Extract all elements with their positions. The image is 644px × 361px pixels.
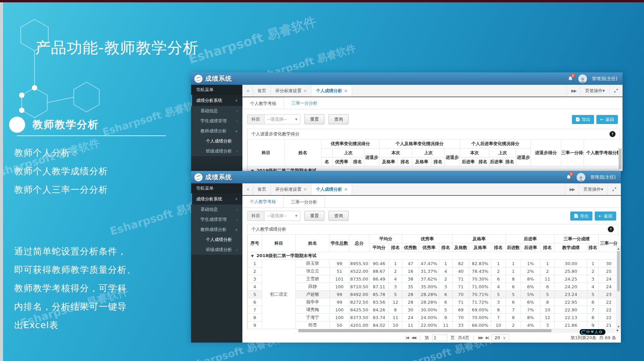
table-row[interactable]: 8于海宁1008373.5083.74112424.00%97070.00%78… <box>248 314 619 321</box>
close-icon[interactable]: × <box>344 187 347 192</box>
search-button[interactable]: 查询 <box>329 114 349 124</box>
close-icon[interactable]: × <box>303 88 307 93</box>
sidebar-item-学生成绩管理[interactable]: 学生成绩管理‹ <box>191 116 242 126</box>
close-icon[interactable]: × <box>303 187 307 192</box>
scroll-down-icon[interactable]: ▼ <box>617 325 620 328</box>
page-number-input[interactable] <box>432 335 448 341</box>
cell-value: 5 <box>491 291 506 298</box>
subtab-个人教学考核[interactable]: 个人教学考核 <box>242 196 283 207</box>
page-label-suffix: 页 <box>451 335 455 341</box>
sidebar-item-score-analysis-system[interactable]: 成绩分析系统 ∨ <box>191 193 242 204</box>
tab-个人成绩分析[interactable]: 个人成绩分析× <box>311 183 352 195</box>
scroll-up-icon[interactable]: ▲ <box>617 247 620 250</box>
tab-operations-menu[interactable]: 页签操作 ▾ <box>580 85 609 97</box>
first-page-button[interactable]: |◀ <box>406 336 408 340</box>
cell-value: 10 <box>540 306 555 314</box>
user-avatar[interactable] <box>578 74 587 83</box>
next-page-button[interactable]: ▶▶ <box>478 336 483 340</box>
collapse-panel-icon[interactable]: ↑ <box>608 226 614 232</box>
fullscreen-icon[interactable] <box>609 85 623 97</box>
sidebar-item-教师成绩分析[interactable]: 教师成绩分析∨ <box>191 126 242 136</box>
cell-value: 2 <box>540 267 555 275</box>
tab-首页[interactable]: 首页 <box>253 183 271 195</box>
chevron-down-icon: ∨ <box>235 98 238 103</box>
cell-value: 12 <box>540 314 555 321</box>
scroll-tabs-right-icon[interactable]: ▶▶ <box>565 183 579 195</box>
table-row[interactable]: 4薛静1008710.5087.1133535.00%37171.00%466%… <box>248 283 619 291</box>
subject-select[interactable]: --请选择--▾ <box>264 211 300 221</box>
sidebar-item-班级成绩分析[interactable]: 班级成绩分析‹ <box>191 146 242 156</box>
export-button[interactable]: 导出 <box>570 212 592 221</box>
current-user-label[interactable]: 管理员[主任] <box>592 76 617 82</box>
screenshot-teaching-score-analysis: 成绩系统 0 管理员[主任] 导航菜单 成绩分析系统 ∨ 基础信 <box>191 171 621 343</box>
column-header: 姓名 <box>296 235 330 252</box>
subtab-三率一分分析[interactable]: 三率一分分析 <box>283 196 325 207</box>
app-logo[interactable]: 成绩系统 <box>191 173 242 182</box>
scrollbar-thumb[interactable] <box>298 329 551 332</box>
tab-评分标准设置[interactable]: 评分标准设置× <box>271 183 311 195</box>
collapse-tabs-icon[interactable]: « <box>242 183 253 195</box>
cell-value: 30 <box>599 260 619 267</box>
chevron-icon: ‹ <box>236 119 238 123</box>
sidebar-item-label: 基础信息 <box>200 108 218 114</box>
sidebar-item-基础信息[interactable]: 基础信息‹ <box>191 204 242 215</box>
table-row[interactable]: 9韩雪504201.0084.02101122.00%113366.00%102… <box>248 321 619 329</box>
sidebar-item-班级成绩分析[interactable]: 班级成绩分析‹ <box>191 245 242 255</box>
table-row[interactable]: 7谭秀梅1008425.5084.2683030.00%56969.00%877… <box>248 306 619 314</box>
page-size-select[interactable]: 20∨ <box>491 334 509 342</box>
assessment-table-wrap: 科目姓名优秀率变化情况得分个人及格率变化情况得分个人后进率变化情况得分进退步得分… <box>247 139 620 171</box>
collapse-tabs-icon[interactable]: « <box>242 85 253 97</box>
caret-down-icon: ▾ <box>601 187 603 192</box>
sidebar-item-基础信息[interactable]: 基础信息‹ <box>191 106 242 116</box>
vertical-scrollbar[interactable] <box>618 148 622 171</box>
tab-首页[interactable]: 首页 <box>253 85 271 97</box>
reset-button[interactable]: 重置 <box>304 114 325 124</box>
cell-value: 5 <box>540 291 555 298</box>
tab-operations-menu[interactable]: 页签操作 ▾ <box>579 183 607 195</box>
exam-group-row[interactable]: ▼2018级初二第一学期期末考试 <box>248 252 619 260</box>
fullscreen-icon[interactable] <box>607 183 621 195</box>
search-button[interactable]: 查询 <box>329 211 349 221</box>
horizontal-scrollbar[interactable]: ▶ <box>298 329 615 332</box>
user-avatar[interactable] <box>577 173 585 182</box>
export-button[interactable]: 导出 <box>572 115 594 124</box>
scroll-right-icon[interactable]: ▶ <box>617 329 619 332</box>
score-table-wrap: 序号科目姓名学生总数总分平均分优秀率及格率后进率三率一分成绩三率一分平均分排名优… <box>247 234 618 329</box>
scrollbar-thumb[interactable] <box>617 251 620 291</box>
exam-group-row[interactable]: ▼2019级初二第二学期期末考试 <box>248 167 623 171</box>
cell-value: 1 <box>587 260 599 267</box>
subtab-个人教学考核[interactable]: 个人教学考核 <box>242 97 284 109</box>
prev-page-button[interactable]: ◀◀ <box>411 336 416 340</box>
notifications-bell-icon[interactable]: 0 <box>568 76 573 81</box>
last-page-button[interactable]: ▶| <box>486 336 488 340</box>
tab-评分标准设置[interactable]: 评分标准设置× <box>271 85 311 97</box>
current-user-label[interactable]: 管理员[主任] <box>590 174 616 180</box>
back-button[interactable]: ←返回 <box>595 212 616 221</box>
collapse-panel-icon[interactable]: ↑ <box>609 131 616 137</box>
vertical-scrollbar[interactable]: ▲ ▼ <box>617 246 621 329</box>
sidebar-item-个人成绩分析[interactable]: 个人成绩分析 <box>191 235 242 245</box>
table-row[interactable]: 6籍亭亭998272.5083.56122828.28%67171.72%366… <box>248 298 619 306</box>
table-row[interactable]: 1初二语文薛玉荣998955.5090.4614747.47%18282.83%… <box>248 260 619 267</box>
brand-emblem-icon <box>194 74 203 83</box>
cell-value: 3 <box>540 321 555 329</box>
subtab-三率一分分析[interactable]: 三率一分分析 <box>284 97 325 109</box>
column-header: 及格率 <box>469 243 491 252</box>
sidebar-item-个人成绩分析[interactable]: 个人成绩分析 <box>191 136 242 146</box>
column-header: 及格率 <box>412 158 431 167</box>
column-header: 后进率 <box>506 235 555 243</box>
notifications-bell-icon[interactable]: 0 <box>566 174 572 180</box>
table-row[interactable]: 5卢超敏998492.0085.7852828.28%67070.71%555%… <box>248 291 619 298</box>
subject-select[interactable]: --请选择--▾ <box>264 114 300 124</box>
sidebar-item-学生成绩管理[interactable]: 学生成绩管理‹ <box>191 215 242 225</box>
sidebar-item-score-analysis-system[interactable]: 成绩分析系统 ∨ <box>191 95 242 106</box>
sidebar-item-教师成绩分析[interactable]: 教师成绩分析∨ <box>191 225 242 235</box>
close-icon[interactable]: × <box>344 88 347 93</box>
back-button[interactable]: ←返回 <box>596 115 618 124</box>
table-row[interactable]: 3王雪娇1018735.0086.4943837.62%27170.30%688… <box>248 275 619 283</box>
scroll-tabs-right-icon[interactable]: ▶▶ <box>567 85 580 97</box>
reset-button[interactable]: 重置 <box>304 211 325 221</box>
app-logo[interactable]: 成绩系统 <box>191 74 242 83</box>
tab-个人成绩分析[interactable]: 个人成绩分析× <box>311 85 352 97</box>
table-row[interactable]: 2张立云514522.0088.6721631.37%44078.43%212%… <box>248 267 619 275</box>
